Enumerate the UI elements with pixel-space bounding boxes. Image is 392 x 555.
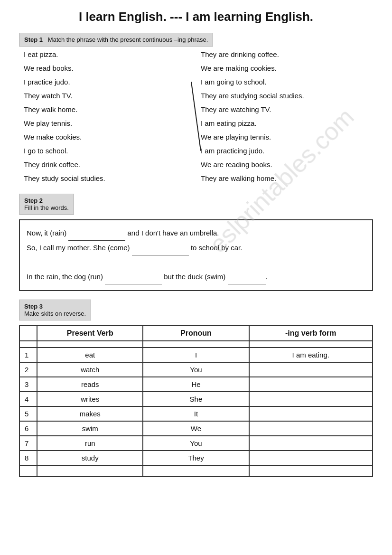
right-phrase: We are reading books. bbox=[201, 160, 368, 169]
left-phrase: We make cookies. bbox=[24, 133, 191, 141]
right-phrase: I am eating pizza. bbox=[201, 119, 368, 127]
step2-box: Step 2 Fill in the words. bbox=[19, 194, 74, 215]
row-pronoun: He bbox=[143, 377, 249, 392]
fill-p1b: and I don't have an umbrella. bbox=[128, 229, 219, 237]
row-pronoun: I bbox=[143, 348, 249, 362]
fill-blank-1 bbox=[68, 226, 125, 241]
left-phrase: I eat pizza. bbox=[24, 50, 191, 58]
row-ing bbox=[249, 362, 373, 377]
row-pronoun: You bbox=[143, 436, 249, 451]
table-row: 5makesIt bbox=[19, 406, 373, 421]
table-row: 3readsHe bbox=[19, 377, 373, 392]
row-num: 6 bbox=[19, 421, 37, 436]
matching-columns: I eat pizza.We read books.I practice jud… bbox=[19, 50, 373, 188]
row-num: 2 bbox=[19, 362, 37, 377]
left-phrase: We read books. bbox=[24, 64, 191, 72]
row-verb: makes bbox=[37, 406, 143, 421]
header-present-verb: Present Verb bbox=[37, 326, 143, 341]
row-pronoun: They bbox=[143, 451, 249, 465]
left-phrase: They drink coffee. bbox=[24, 160, 191, 169]
step2-instruction: Fill in the words. bbox=[24, 204, 69, 211]
fill-line3: In the rain, the dog (run) but the duck … bbox=[27, 270, 365, 284]
step2-label: Step 2 bbox=[24, 197, 43, 204]
right-phrase: We are making cookies. bbox=[201, 64, 368, 72]
left-phrase: I go to school. bbox=[24, 147, 191, 155]
fill-blank-2 bbox=[132, 241, 189, 255]
table-row: 4writesShe bbox=[19, 392, 373, 406]
right-phrase: They are drinking coffee. bbox=[201, 50, 368, 58]
left-phrase: They watch TV. bbox=[24, 92, 191, 100]
left-phrase: They walk home. bbox=[24, 105, 191, 113]
fill-line1: Now, it (rain) and I don't have an umbre… bbox=[27, 226, 365, 241]
right-phrase: They are walking home. bbox=[201, 174, 368, 182]
right-phrase: I am practicing judo. bbox=[201, 147, 368, 155]
row-pronoun: It bbox=[143, 406, 249, 421]
main-title: I learn English. --- I am learning Engli… bbox=[19, 9, 373, 24]
row-verb: run bbox=[37, 436, 143, 451]
fill-blank-4 bbox=[228, 270, 266, 284]
row-ing bbox=[249, 406, 373, 421]
table-row: 2watchYou bbox=[19, 362, 373, 377]
header-ing: -ing verb form bbox=[249, 326, 373, 341]
row-num: 7 bbox=[19, 436, 37, 451]
row-ing bbox=[249, 392, 373, 406]
right-phrase: We are playing tennis. bbox=[201, 133, 368, 141]
row-ing: I am eating. bbox=[249, 348, 373, 362]
right-column: They are drinking coffee.We are making c… bbox=[196, 50, 373, 188]
table-empty-row bbox=[19, 341, 373, 348]
header-verb bbox=[19, 326, 37, 341]
row-num: 8 bbox=[19, 451, 37, 465]
row-verb: eat bbox=[37, 348, 143, 362]
step1-box: Step 1 Match the phrase with the present… bbox=[19, 33, 213, 47]
table-empty-last-row bbox=[19, 465, 373, 477]
step3-box: Step 3 Make skits on reverse. bbox=[19, 300, 91, 320]
header-pronoun: Pronoun bbox=[143, 326, 249, 341]
fill-box: Now, it (rain) and I don't have an umbre… bbox=[19, 219, 373, 291]
row-ing bbox=[249, 451, 373, 465]
left-column: I eat pizza.We read books.I practice jud… bbox=[19, 50, 196, 188]
right-phrase: They are watching TV. bbox=[201, 105, 368, 113]
row-verb: study bbox=[37, 451, 143, 465]
row-num: 1 bbox=[19, 348, 37, 362]
row-num: 4 bbox=[19, 392, 37, 406]
fill-line2: So, I call my mother. She (come) to scho… bbox=[27, 241, 365, 255]
row-num: 5 bbox=[19, 406, 37, 421]
table-header-row: Present Verb Pronoun -ing verb form bbox=[19, 326, 373, 341]
step3-label: Step 3 bbox=[24, 303, 43, 310]
matching-section: I eat pizza.We read books.I practice jud… bbox=[19, 50, 373, 188]
row-pronoun: She bbox=[143, 392, 249, 406]
left-phrase: They study social studies. bbox=[24, 174, 191, 182]
row-ing bbox=[249, 377, 373, 392]
table-row: 8studyThey bbox=[19, 451, 373, 465]
fill-p1a: Now, it (rain) bbox=[27, 229, 66, 237]
left-phrase: I practice judo. bbox=[24, 78, 191, 86]
row-verb: writes bbox=[37, 392, 143, 406]
row-verb: watch bbox=[37, 362, 143, 377]
row-verb: reads bbox=[37, 377, 143, 392]
row-pronoun: You bbox=[143, 362, 249, 377]
row-pronoun: We bbox=[143, 421, 249, 436]
verb-table: Present Verb Pronoun -ing verb form 1eat… bbox=[19, 325, 373, 477]
table-row: 7runYou bbox=[19, 436, 373, 451]
fill-p3b: but the duck (swim) bbox=[164, 273, 225, 281]
right-phrase: They are studying social studies. bbox=[201, 92, 368, 100]
step1-label: Step 1 bbox=[24, 36, 43, 43]
row-verb: swim bbox=[37, 421, 143, 436]
step3-instruction: Make skits on reverse. bbox=[24, 310, 86, 317]
right-phrase: I am going to school. bbox=[201, 78, 368, 86]
step1-instruction: Match the phrase with the present contin… bbox=[48, 36, 208, 43]
fill-p3a: In the rain, the dog (run) bbox=[27, 273, 103, 281]
table-row: 6swimWe bbox=[19, 421, 373, 436]
fill-blank-3 bbox=[105, 270, 162, 284]
left-phrase: We play tennis. bbox=[24, 119, 191, 127]
row-num: 3 bbox=[19, 377, 37, 392]
row-ing bbox=[249, 436, 373, 451]
table-row: 1eatII am eating. bbox=[19, 348, 373, 362]
fill-p2b: to school by car. bbox=[191, 244, 242, 252]
fill-p2a: So, I call my mother. She (come) bbox=[27, 244, 130, 252]
row-ing bbox=[249, 421, 373, 436]
